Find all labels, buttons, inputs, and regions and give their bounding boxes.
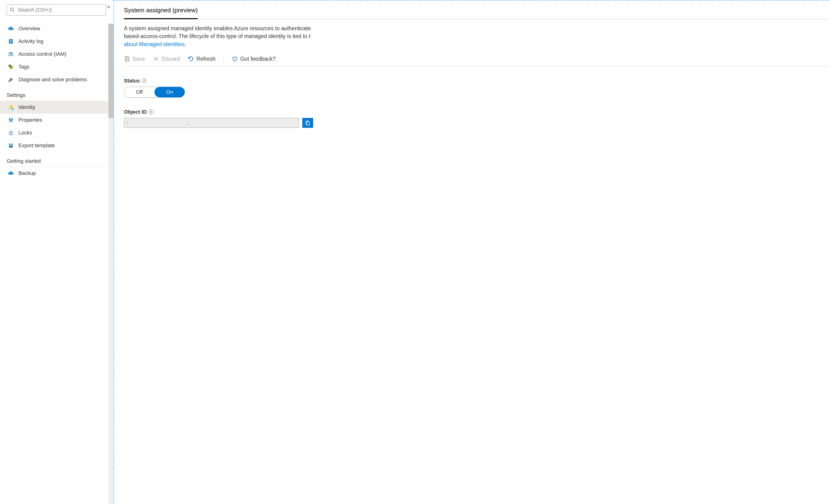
discard-label: Discard	[161, 56, 180, 62]
description-line2: based-access-control. The lifecycle of t…	[124, 33, 310, 39]
sidebar-item-label: Locks	[19, 130, 32, 136]
sidebar-item-properties[interactable]: Properties	[7, 114, 108, 126]
status-off-option[interactable]: Off	[124, 87, 154, 98]
objectid-value-b: :	[187, 120, 189, 126]
description-line1: A system assigned managed identity enabl…	[124, 25, 311, 31]
sidebar-item-label: Properties	[19, 117, 42, 123]
svg-rect-20	[126, 59, 128, 61]
sidebar-item-label: Diagnose and solve problems	[19, 77, 87, 83]
svg-rect-15	[12, 119, 13, 119]
tab-system-assigned[interactable]: System assigned (preview)	[124, 7, 198, 19]
wrench-icon	[7, 77, 14, 82]
svg-rect-9	[11, 108, 13, 110]
svg-rect-23	[307, 122, 310, 125]
svg-line-1	[13, 11, 14, 12]
svg-point-7	[11, 53, 12, 54]
objectid-label: Object ID	[124, 109, 147, 115]
tabs: System assigned (preview)	[124, 7, 829, 20]
svg-rect-13	[9, 119, 10, 120]
feedback-label: Got feedback?	[240, 56, 276, 62]
svg-rect-14	[10, 120, 11, 121]
sidebar-item-export-template[interactable]: Export template	[7, 139, 108, 152]
objectid-value-a: :	[127, 120, 129, 126]
tags-icon	[7, 64, 14, 70]
toolbar-divider	[223, 55, 224, 63]
main-content: System assigned (preview) A system assig…	[114, 0, 829, 504]
sidebar-item-activity-log[interactable]: Activity log	[7, 35, 108, 48]
search-icon	[10, 7, 15, 12]
sidebar-section-getting-started: Getting started	[7, 152, 105, 167]
sidebar-item-overview[interactable]: Overview	[7, 22, 108, 35]
svg-point-8	[11, 106, 12, 106]
people-icon	[7, 51, 14, 57]
sliders-icon	[7, 117, 14, 123]
objectid-field[interactable]: : :	[124, 118, 299, 128]
refresh-button[interactable]: Refresh	[188, 56, 215, 62]
sidebar-item-access-control[interactable]: Access control (IAM)	[7, 48, 108, 61]
collapse-sidebar-icon[interactable]: «	[107, 4, 110, 10]
svg-rect-11	[11, 118, 11, 122]
sidebar-item-label: Export template	[19, 143, 55, 149]
svg-rect-3	[10, 40, 12, 41]
sidebar-item-label: Identity	[19, 104, 35, 110]
sidebar: « Overview Activity log	[0, 0, 113, 504]
discard-button[interactable]: Discard	[153, 56, 180, 62]
sidebar-item-label: Access control (IAM)	[19, 51, 67, 57]
status-label: Status	[124, 78, 140, 84]
sidebar-item-label: Activity log	[19, 38, 43, 44]
svg-rect-16	[9, 132, 12, 135]
sidebar-item-label: Backup	[19, 170, 36, 176]
cloud-icon	[7, 26, 14, 32]
copy-button[interactable]	[302, 118, 313, 128]
refresh-label: Refresh	[196, 56, 215, 62]
status-toggle[interactable]: Off On	[124, 87, 185, 98]
svg-rect-4	[10, 41, 12, 42]
refresh-icon	[188, 56, 194, 62]
search-input[interactable]	[17, 7, 103, 13]
cloud-backup-icon	[7, 170, 14, 176]
export-icon	[7, 143, 14, 148]
sidebar-section-settings: Settings	[7, 86, 105, 101]
description-text: A system assigned managed identity enabl…	[124, 25, 829, 48]
nav: Overview Activity log Access control (IA…	[7, 22, 113, 180]
svg-point-0	[10, 8, 13, 11]
sidebar-item-diagnose[interactable]: Diagnose and solve problems	[7, 73, 108, 86]
feedback-button[interactable]: Got feedback?	[232, 56, 276, 62]
managed-identities-link[interactable]: about Managed identities.	[124, 41, 186, 47]
lock-icon	[7, 130, 14, 135]
key-icon	[7, 105, 14, 110]
heart-icon	[232, 56, 238, 62]
sidebar-item-label: Overview	[19, 26, 40, 32]
svg-rect-10	[9, 118, 10, 122]
svg-rect-18	[9, 147, 13, 148]
sidebar-item-label: Tags	[19, 64, 29, 70]
search-box[interactable]	[7, 4, 106, 15]
objectid-section: Object ID i : :	[124, 109, 829, 128]
copy-icon	[305, 120, 311, 126]
sidebar-item-tags[interactable]: Tags	[7, 61, 108, 73]
discard-icon	[153, 56, 159, 62]
toolbar: Save Discard Refresh Got feedback?	[124, 55, 829, 66]
svg-point-6	[9, 52, 11, 54]
status-on-option[interactable]: On	[154, 87, 185, 98]
sidebar-item-identity[interactable]: Identity	[0, 101, 108, 114]
scrollbar-thumb[interactable]	[108, 24, 113, 118]
svg-rect-5	[10, 42, 11, 42]
svg-rect-19	[126, 56, 128, 57]
sidebar-item-backup[interactable]: Backup	[7, 167, 108, 180]
save-icon	[124, 56, 130, 62]
log-icon	[7, 39, 14, 44]
info-icon[interactable]: i	[142, 78, 146, 83]
save-label: Save	[133, 56, 145, 62]
sidebar-item-locks[interactable]: Locks	[7, 126, 108, 139]
status-section: Status i Off On	[124, 78, 829, 98]
sidebar-scrollbar[interactable]	[108, 24, 113, 504]
save-button[interactable]: Save	[124, 56, 145, 62]
info-icon[interactable]: i	[149, 110, 153, 114]
